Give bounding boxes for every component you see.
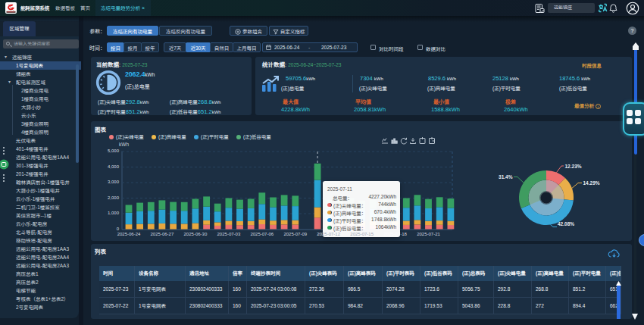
svg-text:14.29%: 14.29% [583, 180, 600, 186]
svg-text:42.08%: 42.08% [558, 221, 574, 227]
svg-text:12.23%: 12.23% [565, 164, 582, 169]
svg-text:31.4%: 31.4% [499, 174, 513, 180]
